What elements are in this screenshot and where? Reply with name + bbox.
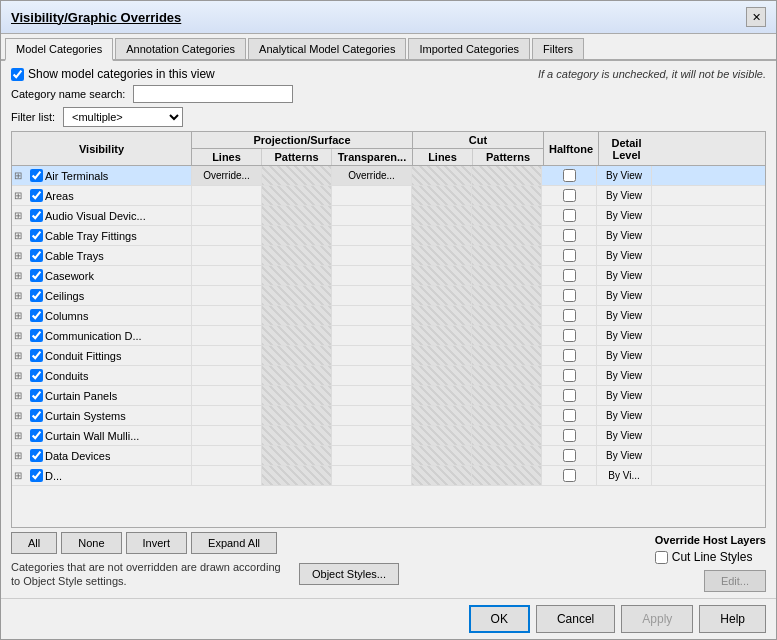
ceil-patterns[interactable]: [262, 286, 332, 305]
cs-cut-lines[interactable]: [412, 406, 472, 425]
cwm-cut-patterns[interactable]: [472, 426, 542, 445]
areas-halftone-check[interactable]: [563, 189, 576, 202]
cond-cut-lines[interactable]: [412, 366, 472, 385]
cw-halftone[interactable]: [542, 266, 597, 285]
audio-halftone-check[interactable]: [563, 209, 576, 222]
audio-checkbox[interactable]: [30, 209, 43, 222]
air-terminals-halftone[interactable]: [542, 166, 597, 185]
cancel-button[interactable]: Cancel: [536, 605, 615, 633]
partial-transparency[interactable]: [332, 466, 412, 485]
cw-halftone-check[interactable]: [563, 269, 576, 282]
ctf-cut-lines[interactable]: [412, 226, 472, 245]
expand-icon[interactable]: ⊞: [14, 430, 28, 441]
areas-patterns[interactable]: [262, 186, 332, 205]
cond-lines[interactable]: [192, 366, 262, 385]
comm-cut-patterns[interactable]: [472, 326, 542, 345]
ct-halftone[interactable]: [542, 246, 597, 265]
cs-halftone[interactable]: [542, 406, 597, 425]
cond-transparency[interactable]: [332, 366, 412, 385]
table-row[interactable]: ⊞ Columns By View: [12, 306, 765, 326]
expand-icon[interactable]: ⊞: [14, 390, 28, 401]
audio-halftone[interactable]: [542, 206, 597, 225]
audio-cut-lines[interactable]: [412, 206, 472, 225]
show-model-checkbox[interactable]: [11, 68, 24, 81]
tab-filters[interactable]: Filters: [532, 38, 584, 59]
conduits-checkbox[interactable]: [30, 369, 43, 382]
partial-cut-patterns[interactable]: [472, 466, 542, 485]
dd-patterns[interactable]: [262, 446, 332, 465]
edit-button[interactable]: Edit...: [704, 570, 766, 592]
cwm-halftone-check[interactable]: [563, 429, 576, 442]
partial-halftone-check[interactable]: [563, 469, 576, 482]
table-row[interactable]: ⊞ Ceilings By View: [12, 286, 765, 306]
columns-checkbox[interactable]: [30, 309, 43, 322]
areas-halftone[interactable]: [542, 186, 597, 205]
table-row[interactable]: ⊞ Air Terminals Override... Override... …: [12, 166, 765, 186]
cable-trays-checkbox[interactable]: [30, 249, 43, 262]
areas-transparency[interactable]: [332, 186, 412, 205]
ceil-halftone[interactable]: [542, 286, 597, 305]
areas-lines[interactable]: [192, 186, 262, 205]
cw-patterns[interactable]: [262, 266, 332, 285]
expand-icon[interactable]: ⊞: [14, 170, 28, 181]
ctf-lines[interactable]: [192, 226, 262, 245]
cs-patterns[interactable]: [262, 406, 332, 425]
ceil-cut-patterns[interactable]: [472, 286, 542, 305]
audio-cut-patterns[interactable]: [472, 206, 542, 225]
ct-cut-patterns[interactable]: [472, 246, 542, 265]
expand-icon[interactable]: ⊞: [14, 330, 28, 341]
cp-cut-patterns[interactable]: [472, 386, 542, 405]
table-row[interactable]: ⊞ Conduits By View: [12, 366, 765, 386]
conduit-fittings-checkbox[interactable]: [30, 349, 43, 362]
col-cut-patterns[interactable]: [472, 306, 542, 325]
filter-list-select[interactable]: <multiple>: [63, 107, 183, 127]
areas-cut-lines[interactable]: [412, 186, 472, 205]
dd-transparency[interactable]: [332, 446, 412, 465]
cp-transparency[interactable]: [332, 386, 412, 405]
col-patterns[interactable]: [262, 306, 332, 325]
communication-checkbox[interactable]: [30, 329, 43, 342]
dd-halftone[interactable]: [542, 446, 597, 465]
cond-cut-patterns[interactable]: [472, 366, 542, 385]
object-styles-button[interactable]: Object Styles...: [299, 563, 399, 585]
cf-cut-patterns[interactable]: [472, 346, 542, 365]
partial-cut-lines[interactable]: [412, 466, 472, 485]
partial-lines[interactable]: [192, 466, 262, 485]
comm-halftone[interactable]: [542, 326, 597, 345]
cond-patterns[interactable]: [262, 366, 332, 385]
ctf-halftone-check[interactable]: [563, 229, 576, 242]
table-row[interactable]: ⊞ Data Devices By View: [12, 446, 765, 466]
cp-halftone-check[interactable]: [563, 389, 576, 402]
audio-patterns[interactable]: [262, 206, 332, 225]
ceil-halftone-check[interactable]: [563, 289, 576, 302]
ct-cut-lines[interactable]: [412, 246, 472, 265]
cf-patterns[interactable]: [262, 346, 332, 365]
expand-icon[interactable]: ⊞: [14, 450, 28, 461]
expand-icon[interactable]: ⊞: [14, 250, 28, 261]
tab-imported-categories[interactable]: Imported Categories: [408, 38, 530, 59]
expand-icon[interactable]: ⊞: [14, 210, 28, 221]
cw-transparency[interactable]: [332, 266, 412, 285]
ceil-lines[interactable]: [192, 286, 262, 305]
partial-patterns[interactable]: [262, 466, 332, 485]
ct-lines[interactable]: [192, 246, 262, 265]
dd-cut-patterns[interactable]: [472, 446, 542, 465]
areas-checkbox[interactable]: [30, 189, 43, 202]
dd-cut-lines[interactable]: [412, 446, 472, 465]
cs-halftone-check[interactable]: [563, 409, 576, 422]
table-row[interactable]: ⊞ Audio Visual Devic... By View: [12, 206, 765, 226]
air-terminals-cut-lines[interactable]: [412, 166, 472, 185]
cwm-halftone[interactable]: [542, 426, 597, 445]
tab-annotation-categories[interactable]: Annotation Categories: [115, 38, 246, 59]
cp-patterns[interactable]: [262, 386, 332, 405]
curtain-wall-checkbox[interactable]: [30, 429, 43, 442]
cf-halftone[interactable]: [542, 346, 597, 365]
cs-cut-patterns[interactable]: [472, 406, 542, 425]
cut-line-styles-checkbox[interactable]: [655, 551, 668, 564]
areas-cut-patterns[interactable]: [472, 186, 542, 205]
cwm-patterns[interactable]: [262, 426, 332, 445]
all-button[interactable]: All: [11, 532, 57, 554]
cf-lines[interactable]: [192, 346, 262, 365]
ctf-cut-patterns[interactable]: [472, 226, 542, 245]
cw-cut-patterns[interactable]: [472, 266, 542, 285]
